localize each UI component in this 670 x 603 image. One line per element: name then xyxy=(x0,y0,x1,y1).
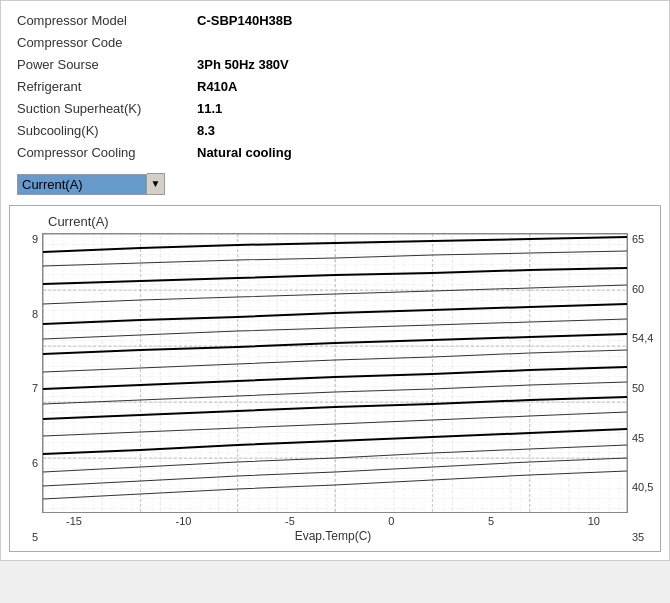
info-table: Compressor Model C-SBP140H38B Compressor… xyxy=(1,1,669,167)
y-tick-8: 8 xyxy=(32,308,38,320)
chart-area: 9 8 7 6 5 xyxy=(18,233,656,543)
row-suction-superheat: Suction Superheat(K) 11.1 xyxy=(17,97,653,119)
right-tick-40: 40,5 xyxy=(632,481,653,493)
right-axis: 65 60 54,4 50 45 40,5 35 xyxy=(628,233,656,543)
dropdown-row: Current(A) Power(W) COP Capacity(W) ▼ xyxy=(1,167,669,201)
x-tick-10: 10 xyxy=(588,515,600,527)
right-tick-60: 60 xyxy=(632,283,644,295)
x-tick--10: -10 xyxy=(175,515,191,527)
label-compressor-code: Compressor Code xyxy=(17,35,197,50)
right-tick-54: 54,4 xyxy=(632,332,653,344)
chart-container: Current(A) 9 8 7 6 5 xyxy=(9,205,661,552)
x-axis-labels: -15 -10 -5 0 5 10 xyxy=(66,515,600,527)
chart-y-label: Current(A) xyxy=(48,214,656,229)
x-tick-5: 5 xyxy=(488,515,494,527)
row-compressor-code: Compressor Code xyxy=(17,31,653,53)
row-compressor-cooling: Compressor Cooling Natural cooling xyxy=(17,141,653,163)
y-tick-6: 6 xyxy=(32,457,38,469)
x-tick--15: -15 xyxy=(66,515,82,527)
x-tick--5: -5 xyxy=(285,515,295,527)
value-compressor-model: C-SBP140H38B xyxy=(197,13,292,28)
chart-svg xyxy=(43,234,627,513)
x-tick-0: 0 xyxy=(388,515,394,527)
right-tick-45: 45 xyxy=(632,432,644,444)
value-refrigerant: R410A xyxy=(197,79,237,94)
chart-plot-wrapper: -15 -10 -5 0 5 10 Evap.Temp(C) xyxy=(42,233,628,543)
x-axis-title: Evap.Temp(C) xyxy=(66,529,600,543)
value-suction-superheat: 11.1 xyxy=(197,101,222,116)
label-compressor-model: Compressor Model xyxy=(17,13,197,28)
right-tick-35: 35 xyxy=(632,531,644,543)
value-subcooling: 8.3 xyxy=(197,123,215,138)
y-tick-7: 7 xyxy=(32,382,38,394)
label-power-source: Power Sourse xyxy=(17,57,197,72)
chart-plot xyxy=(42,233,628,513)
row-subcooling: Subcooling(K) 8.3 xyxy=(17,119,653,141)
y-tick-9: 9 xyxy=(32,233,38,245)
dropdown-arrow-icon[interactable]: ▼ xyxy=(147,173,165,195)
value-power-source: 3Ph 50Hz 380V xyxy=(197,57,289,72)
right-tick-65: 65 xyxy=(632,233,644,245)
label-subcooling: Subcooling(K) xyxy=(17,123,197,138)
row-refrigerant: Refrigerant R410A xyxy=(17,75,653,97)
row-compressor-model: Compressor Model C-SBP140H38B xyxy=(17,9,653,31)
y-tick-5: 5 xyxy=(32,531,38,543)
right-tick-50: 50 xyxy=(632,382,644,394)
value-compressor-cooling: Natural cooling xyxy=(197,145,292,160)
chart-type-dropdown[interactable]: Current(A) Power(W) COP Capacity(W) xyxy=(17,174,147,195)
row-power-source: Power Sourse 3Ph 50Hz 380V xyxy=(17,53,653,75)
label-refrigerant: Refrigerant xyxy=(17,79,197,94)
label-suction-superheat: Suction Superheat(K) xyxy=(17,101,197,116)
label-compressor-cooling: Compressor Cooling xyxy=(17,145,197,160)
y-axis: 9 8 7 6 5 xyxy=(18,233,42,543)
main-container: Compressor Model C-SBP140H38B Compressor… xyxy=(0,0,670,561)
